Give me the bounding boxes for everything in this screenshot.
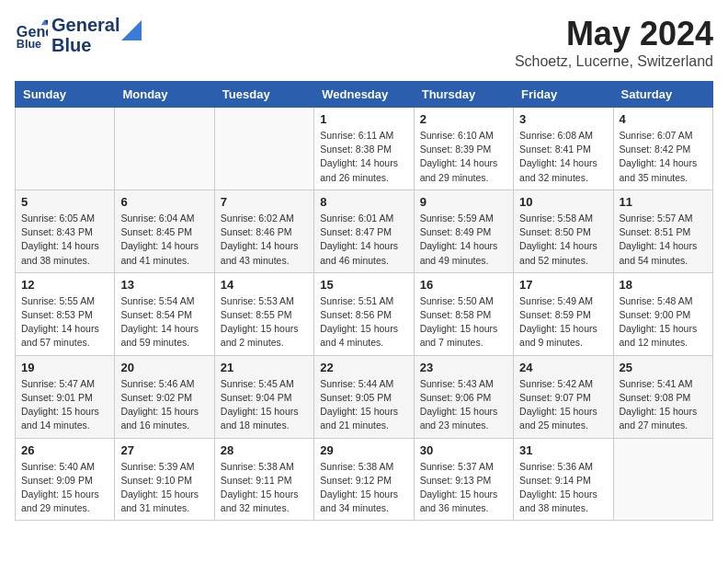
day-cell: 7Sunrise: 6:02 AM Sunset: 8:46 PM Daylig…	[214, 190, 313, 272]
week-row-3: 12Sunrise: 5:55 AM Sunset: 8:53 PM Dayli…	[16, 272, 713, 355]
day-info: Sunrise: 5:53 AM Sunset: 8:55 PM Dayligh…	[221, 294, 308, 350]
day-cell: 26Sunrise: 5:40 AM Sunset: 9:09 PM Dayli…	[16, 438, 115, 521]
day-number: 3	[519, 112, 607, 126]
svg-text:General: General	[17, 23, 48, 40]
day-cell: 25Sunrise: 5:41 AM Sunset: 9:08 PM Dayli…	[613, 355, 712, 438]
day-number: 18	[620, 278, 707, 292]
weekday-header-sunday: Sunday	[16, 82, 115, 108]
day-info: Sunrise: 5:50 AM Sunset: 8:58 PM Dayligh…	[420, 294, 507, 350]
day-info: Sunrise: 5:51 AM Sunset: 8:56 PM Dayligh…	[320, 294, 407, 350]
day-info: Sunrise: 5:55 AM Sunset: 8:53 PM Dayligh…	[21, 294, 108, 350]
day-cell: 11Sunrise: 5:57 AM Sunset: 8:51 PM Dayli…	[613, 190, 712, 272]
day-cell	[613, 438, 712, 521]
day-cell: 16Sunrise: 5:50 AM Sunset: 8:58 PM Dayli…	[414, 272, 513, 355]
day-number: 30	[420, 443, 507, 457]
day-number: 10	[519, 195, 607, 209]
day-number: 17	[519, 278, 607, 292]
week-row-4: 19Sunrise: 5:47 AM Sunset: 9:01 PM Dayli…	[16, 355, 713, 438]
day-info: Sunrise: 6:10 AM Sunset: 8:39 PM Dayligh…	[420, 129, 507, 185]
weekday-header-row: SundayMondayTuesdayWednesdayThursdayFrid…	[16, 82, 713, 108]
weekday-header-friday: Friday	[514, 82, 613, 108]
logo: General Blue General Blue	[15, 15, 142, 55]
day-cell: 20Sunrise: 5:46 AM Sunset: 9:02 PM Dayli…	[115, 355, 214, 438]
day-number: 24	[519, 361, 607, 374]
day-info: Sunrise: 6:04 AM Sunset: 8:45 PM Dayligh…	[120, 212, 208, 268]
day-info: Sunrise: 5:48 AM Sunset: 9:00 PM Dayligh…	[620, 294, 707, 350]
day-info: Sunrise: 5:54 AM Sunset: 8:54 PM Dayligh…	[120, 294, 208, 350]
day-number: 13	[120, 278, 208, 292]
day-info: Sunrise: 6:01 AM Sunset: 8:47 PM Dayligh…	[320, 212, 407, 268]
day-number: 26	[21, 443, 108, 457]
logo-blue: Blue	[51, 35, 119, 55]
day-cell: 4Sunrise: 6:07 AM Sunset: 8:42 PM Daylig…	[613, 108, 712, 190]
day-info: Sunrise: 5:42 AM Sunset: 9:07 PM Dayligh…	[519, 377, 607, 433]
week-row-2: 5Sunrise: 6:05 AM Sunset: 8:43 PM Daylig…	[16, 190, 713, 272]
day-cell: 15Sunrise: 5:51 AM Sunset: 8:56 PM Dayli…	[314, 272, 414, 355]
day-number: 20	[120, 361, 208, 374]
day-cell	[214, 108, 313, 190]
day-cell: 27Sunrise: 5:39 AM Sunset: 9:10 PM Dayli…	[115, 438, 214, 521]
day-cell: 3Sunrise: 6:08 AM Sunset: 8:41 PM Daylig…	[514, 108, 613, 190]
week-row-5: 26Sunrise: 5:40 AM Sunset: 9:09 PM Dayli…	[16, 438, 713, 521]
day-info: Sunrise: 5:40 AM Sunset: 9:09 PM Dayligh…	[21, 460, 108, 516]
day-cell: 1Sunrise: 6:11 AM Sunset: 8:38 PM Daylig…	[314, 108, 414, 190]
day-info: Sunrise: 5:41 AM Sunset: 9:08 PM Dayligh…	[620, 377, 707, 433]
month-title: May 2024	[515, 15, 713, 53]
day-cell: 6Sunrise: 6:04 AM Sunset: 8:45 PM Daylig…	[115, 190, 214, 272]
title-block: May 2024 Schoetz, Lucerne, Switzerland	[515, 15, 713, 70]
weekday-header-thursday: Thursday	[414, 82, 513, 108]
svg-text:Blue: Blue	[17, 38, 41, 51]
day-cell	[16, 108, 115, 190]
day-cell: 24Sunrise: 5:42 AM Sunset: 9:07 PM Dayli…	[514, 355, 613, 438]
logo-general: General	[51, 15, 119, 35]
location-subtitle: Schoetz, Lucerne, Switzerland	[515, 53, 713, 70]
day-cell: 31Sunrise: 5:36 AM Sunset: 9:14 PM Dayli…	[514, 438, 613, 521]
day-info: Sunrise: 5:47 AM Sunset: 9:01 PM Dayligh…	[21, 377, 108, 433]
day-info: Sunrise: 6:02 AM Sunset: 8:46 PM Dayligh…	[221, 212, 308, 268]
day-cell: 29Sunrise: 5:38 AM Sunset: 9:12 PM Dayli…	[314, 438, 414, 521]
weekday-header-wednesday: Wednesday	[314, 82, 414, 108]
day-number: 25	[620, 361, 707, 374]
day-number: 14	[221, 278, 308, 292]
day-info: Sunrise: 5:44 AM Sunset: 9:05 PM Dayligh…	[320, 377, 407, 433]
day-number: 6	[120, 195, 208, 209]
day-cell	[115, 108, 214, 190]
day-info: Sunrise: 5:45 AM Sunset: 9:04 PM Dayligh…	[221, 377, 308, 433]
day-cell: 30Sunrise: 5:37 AM Sunset: 9:13 PM Dayli…	[414, 438, 513, 521]
day-number: 21	[221, 361, 308, 374]
day-number: 2	[420, 112, 507, 126]
day-number: 8	[320, 195, 407, 209]
weekday-header-monday: Monday	[115, 82, 214, 108]
day-number: 16	[420, 278, 507, 292]
calendar-table: SundayMondayTuesdayWednesdayThursdayFrid…	[15, 81, 713, 521]
day-number: 9	[420, 195, 507, 209]
day-info: Sunrise: 5:59 AM Sunset: 8:49 PM Dayligh…	[420, 212, 507, 268]
day-cell: 28Sunrise: 5:38 AM Sunset: 9:11 PM Dayli…	[214, 438, 313, 521]
page-header: General Blue General Blue May 2024 Schoe…	[15, 15, 713, 70]
day-info: Sunrise: 5:39 AM Sunset: 9:10 PM Dayligh…	[120, 460, 208, 516]
day-info: Sunrise: 6:11 AM Sunset: 8:38 PM Dayligh…	[320, 129, 407, 185]
day-cell: 22Sunrise: 5:44 AM Sunset: 9:05 PM Dayli…	[314, 355, 414, 438]
logo-icon: General Blue	[15, 18, 48, 52]
day-cell: 2Sunrise: 6:10 AM Sunset: 8:39 PM Daylig…	[414, 108, 513, 190]
day-info: Sunrise: 5:38 AM Sunset: 9:11 PM Dayligh…	[221, 460, 308, 516]
day-info: Sunrise: 5:36 AM Sunset: 9:14 PM Dayligh…	[519, 460, 607, 516]
svg-marker-4	[121, 20, 142, 40]
day-number: 5	[21, 195, 108, 209]
day-number: 12	[21, 278, 108, 292]
week-row-1: 1Sunrise: 6:11 AM Sunset: 8:38 PM Daylig…	[16, 108, 713, 190]
day-cell: 5Sunrise: 6:05 AM Sunset: 8:43 PM Daylig…	[16, 190, 115, 272]
day-info: Sunrise: 5:46 AM Sunset: 9:02 PM Dayligh…	[120, 377, 208, 433]
day-info: Sunrise: 5:57 AM Sunset: 8:51 PM Dayligh…	[620, 212, 707, 268]
day-cell: 17Sunrise: 5:49 AM Sunset: 8:59 PM Dayli…	[514, 272, 613, 355]
day-number: 19	[21, 361, 108, 374]
day-number: 29	[320, 443, 407, 457]
day-cell: 21Sunrise: 5:45 AM Sunset: 9:04 PM Dayli…	[214, 355, 313, 438]
day-number: 4	[620, 112, 707, 126]
day-info: Sunrise: 5:58 AM Sunset: 8:50 PM Dayligh…	[519, 212, 607, 268]
day-number: 22	[320, 361, 407, 374]
day-info: Sunrise: 6:08 AM Sunset: 8:41 PM Dayligh…	[519, 129, 607, 185]
day-number: 11	[620, 195, 707, 209]
weekday-header-saturday: Saturday	[613, 82, 712, 108]
day-number: 1	[320, 112, 407, 126]
